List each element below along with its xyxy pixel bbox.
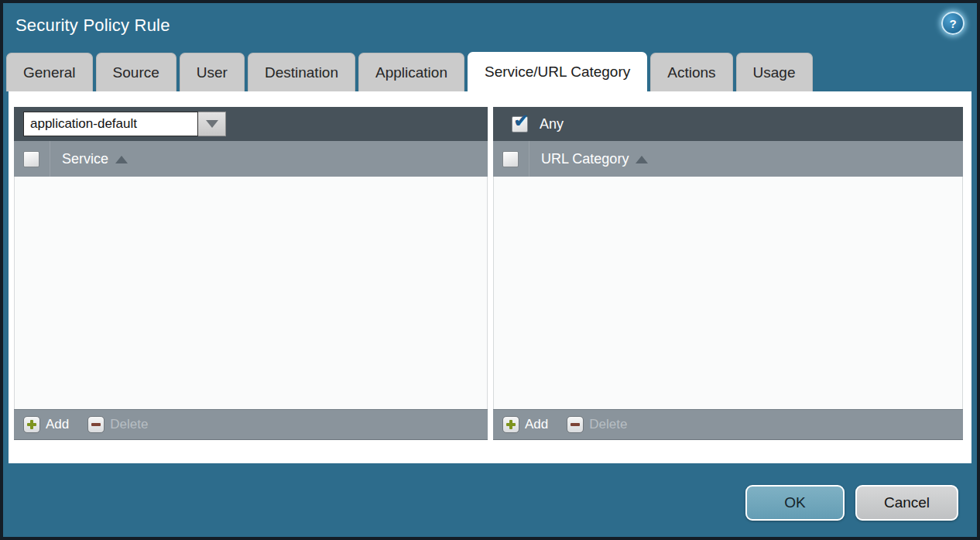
tab-content-area: Service Add Delete Any	[9, 91, 971, 463]
minus-icon	[87, 416, 105, 433]
plus-icon	[23, 416, 40, 433]
service-type-input[interactable]	[23, 112, 198, 136]
tab-user[interactable]: User	[180, 53, 245, 91]
url-category-list	[493, 177, 963, 409]
url-category-column-label: URL Category	[541, 151, 629, 167]
tab-usage[interactable]: Usage	[736, 53, 813, 91]
tab-actions[interactable]: Actions	[650, 53, 732, 91]
tab-general[interactable]: General	[6, 53, 93, 91]
url-category-footer-bar: Add Delete	[493, 409, 963, 440]
url-category-delete-button[interactable]: Delete	[567, 416, 627, 433]
service-add-label: Add	[46, 417, 69, 432]
url-category-panel: Any URL Category Add Delete	[493, 107, 963, 440]
service-footer-bar: Add Delete	[14, 409, 488, 440]
column-divider	[529, 141, 529, 177]
tab-destination[interactable]: Destination	[248, 53, 355, 91]
plus-icon	[502, 416, 519, 433]
url-category-column-header[interactable]: URL Category	[493, 141, 963, 177]
service-delete-button[interactable]: Delete	[87, 416, 148, 433]
sort-ascending-icon	[115, 156, 128, 163]
url-category-toolbar: Any	[493, 107, 963, 141]
dialog-title: Security Policy Rule	[15, 15, 170, 36]
cancel-button[interactable]: Cancel	[855, 485, 958, 521]
service-list	[14, 177, 488, 409]
column-divider	[50, 141, 50, 177]
service-column-header[interactable]: Service	[14, 141, 488, 177]
tab-service-url-category[interactable]: Service/URL Category	[468, 52, 647, 91]
chevron-down-icon	[206, 120, 218, 128]
service-toolbar	[14, 107, 488, 141]
service-panel: Service Add Delete	[14, 107, 488, 440]
service-select-all-checkbox[interactable]	[23, 151, 39, 167]
tab-bar: General Source User Destination Applicat…	[6, 53, 813, 91]
url-category-select-all-checkbox[interactable]	[502, 151, 519, 167]
service-delete-label: Delete	[110, 417, 148, 432]
ok-button[interactable]: OK	[745, 485, 845, 521]
url-category-delete-label: Delete	[589, 417, 627, 432]
help-icon[interactable]: ?	[941, 12, 965, 35]
service-add-button[interactable]: Add	[23, 416, 69, 433]
security-policy-rule-dialog: Security Policy Rule ? General Source Us…	[0, 0, 980, 540]
service-type-dropdown-button[interactable]	[198, 112, 226, 136]
tab-application[interactable]: Application	[358, 53, 464, 91]
url-category-add-label: Add	[525, 417, 548, 432]
url-category-any-checkbox[interactable]	[512, 116, 528, 132]
minus-icon	[567, 416, 584, 433]
sort-ascending-icon	[636, 156, 648, 163]
url-category-any-label: Any	[540, 116, 564, 132]
url-category-add-button[interactable]: Add	[502, 416, 548, 433]
tab-source[interactable]: Source	[96, 53, 176, 91]
service-column-label: Service	[62, 151, 108, 167]
